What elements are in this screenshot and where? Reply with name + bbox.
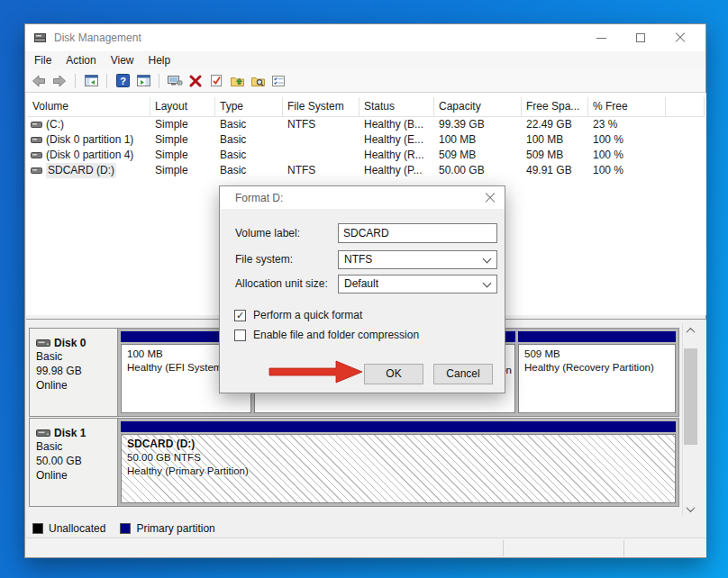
table-cell[interactable]: NTFS bbox=[283, 117, 359, 132]
maximize-button[interactable] bbox=[621, 24, 660, 51]
help-icon[interactable]: ? bbox=[114, 73, 131, 88]
minimize-button[interactable] bbox=[581, 24, 621, 51]
console-tree-icon[interactable] bbox=[83, 73, 99, 88]
table-cell[interactable]: Basic bbox=[215, 148, 283, 163]
folder-up-icon[interactable] bbox=[229, 73, 245, 88]
table-cell[interactable]: 100 % bbox=[588, 163, 666, 178]
table-cell[interactable] bbox=[283, 148, 359, 163]
forward-icon[interactable] bbox=[51, 73, 68, 88]
quick-format-checkbox[interactable] bbox=[234, 310, 246, 321]
disk-management-app-icon bbox=[33, 32, 48, 44]
volume-icon bbox=[31, 136, 42, 144]
table-cell[interactable]: 49.91 GB bbox=[522, 163, 588, 178]
toolbar: ? bbox=[25, 69, 705, 93]
table-cell[interactable]: Simple bbox=[150, 132, 215, 148]
table-cell[interactable]: 99.39 GB bbox=[434, 117, 522, 132]
menu-view[interactable]: View bbox=[104, 51, 141, 69]
legend-label-unallocated: Unallocated bbox=[49, 522, 105, 535]
menu-help[interactable]: Help bbox=[141, 51, 178, 69]
statusbar-divider bbox=[503, 540, 504, 556]
table-cell[interactable]: Basic bbox=[215, 132, 283, 148]
file-system-dropdown[interactable]: NTFS bbox=[338, 250, 497, 269]
status-bar bbox=[26, 537, 706, 557]
action-pane-icon[interactable] bbox=[135, 73, 151, 88]
partition-color-bar bbox=[518, 331, 676, 342]
column-header-pct-free[interactable]: % Free bbox=[588, 97, 666, 117]
disk1-label-panel[interactable]: Disk 1 Basic 50.00 GB Online bbox=[30, 419, 118, 506]
table-cell[interactable]: 100 MB bbox=[434, 132, 522, 148]
table-cell-filler bbox=[666, 148, 705, 163]
table-row-volume-cell[interactable]: (Disk 0 partition 4) bbox=[28, 148, 150, 163]
table-cell[interactable]: Healthy (E... bbox=[359, 132, 434, 148]
partition-title: SDCARD (D:) bbox=[127, 438, 669, 451]
table-cell[interactable]: 50.00 GB bbox=[434, 163, 522, 178]
table-cell[interactable]: 23 % bbox=[588, 117, 666, 132]
table-row-volume-cell[interactable]: (C:) bbox=[28, 117, 150, 132]
chevron-up-icon bbox=[687, 327, 696, 336]
column-header-volume[interactable]: Volume bbox=[28, 97, 150, 117]
close-icon bbox=[675, 32, 686, 43]
table-cell[interactable]: Healthy (B... bbox=[359, 117, 434, 132]
scroll-down-button[interactable] bbox=[683, 501, 698, 516]
partition-size: 50.00 GB NTFS bbox=[127, 451, 669, 465]
column-header-capacity[interactable]: Capacity bbox=[434, 97, 522, 117]
table-cell[interactable]: 509 MB bbox=[434, 148, 522, 163]
column-header-free-space[interactable]: Free Spa... bbox=[522, 97, 588, 117]
check-document-icon[interactable] bbox=[208, 73, 224, 88]
disk1-name: Disk 1 bbox=[54, 427, 86, 439]
compression-checkbox-row[interactable]: Enable file and folder compression bbox=[234, 329, 419, 341]
desktop-background: Disk Management File Action View Help bbox=[0, 0, 728, 578]
table-cell[interactable]: 100 MB bbox=[522, 132, 588, 148]
table-cell[interactable]: Simple bbox=[150, 163, 215, 178]
minimize-icon bbox=[596, 38, 606, 39]
compression-checkbox[interactable] bbox=[234, 330, 246, 341]
folder-search-icon[interactable] bbox=[250, 73, 266, 88]
vertical-scrollbar[interactable] bbox=[682, 323, 697, 516]
settings-icon[interactable] bbox=[270, 73, 287, 88]
ok-button[interactable]: OK bbox=[364, 364, 423, 384]
table-cell[interactable]: NTFS bbox=[283, 163, 359, 178]
table-cell[interactable]: Healthy (R... bbox=[359, 148, 434, 163]
disk1-partition-sdcard[interactable]: SDCARD (D:) 50.00 GB NTFS Healthy (Prima… bbox=[121, 421, 676, 503]
toolbar-separator bbox=[106, 74, 107, 88]
dialog-close-button[interactable] bbox=[476, 186, 505, 209]
table-cell[interactable]: Basic bbox=[215, 117, 283, 132]
menu-file[interactable]: File bbox=[27, 51, 59, 69]
close-button[interactable] bbox=[660, 24, 700, 51]
disk1-row: Disk 1 Basic 50.00 GB Online SDCARD (D:)… bbox=[29, 418, 679, 507]
table-cell[interactable]: 100 % bbox=[588, 132, 666, 148]
table-cell[interactable]: Basic bbox=[215, 163, 283, 178]
legend-bar: Unallocated Primary partition bbox=[26, 519, 706, 537]
scroll-up-button[interactable] bbox=[683, 323, 698, 338]
table-cell[interactable]: 509 MB bbox=[522, 148, 588, 163]
menu-action[interactable]: Action bbox=[59, 51, 103, 69]
disk0-label-panel[interactable]: Disk 0 Basic 99.98 GB Online bbox=[30, 329, 118, 416]
delete-icon[interactable] bbox=[187, 73, 204, 88]
volume-label-input[interactable]: SDCARD bbox=[338, 223, 497, 243]
table-cell[interactable] bbox=[283, 132, 359, 148]
back-icon[interactable] bbox=[31, 73, 47, 88]
disk0-partition-recovery[interactable]: 509 MB Healthy (Recovery Partition) bbox=[518, 331, 676, 413]
column-header-type[interactable]: Type bbox=[215, 97, 283, 117]
computer-icon[interactable] bbox=[167, 73, 183, 88]
column-header-layout[interactable]: Layout bbox=[150, 97, 215, 117]
column-header-file-system[interactable]: File System bbox=[283, 97, 359, 117]
table-cell[interactable]: Healthy (P... bbox=[359, 163, 434, 178]
table-cell[interactable]: 100 % bbox=[588, 148, 666, 163]
column-header-status[interactable]: Status bbox=[359, 97, 434, 117]
table-cell[interactable]: Simple bbox=[150, 148, 215, 163]
quick-format-label: Perform a quick format bbox=[253, 309, 362, 321]
chevron-down-icon bbox=[483, 279, 492, 288]
quick-format-checkbox-row[interactable]: Perform a quick format bbox=[234, 309, 362, 321]
table-row-volume-cell[interactable]: (Disk 0 partition 1) bbox=[28, 132, 150, 148]
table-row-volume-cell[interactable]: SDCARD (D:) bbox=[28, 163, 150, 178]
cancel-button[interactable]: Cancel bbox=[433, 364, 493, 384]
table-cell[interactable]: 22.49 GB bbox=[522, 117, 588, 132]
table-cell[interactable]: Simple bbox=[150, 117, 215, 132]
compression-label: Enable file and folder compression bbox=[253, 329, 419, 341]
scrollbar-thumb[interactable] bbox=[684, 348, 697, 445]
legend-label-primary-partition: Primary partition bbox=[136, 522, 214, 535]
file-system-value: NTFS bbox=[344, 253, 372, 266]
allocation-unit-dropdown[interactable]: Default bbox=[338, 275, 497, 294]
column-header-filler bbox=[666, 97, 705, 117]
